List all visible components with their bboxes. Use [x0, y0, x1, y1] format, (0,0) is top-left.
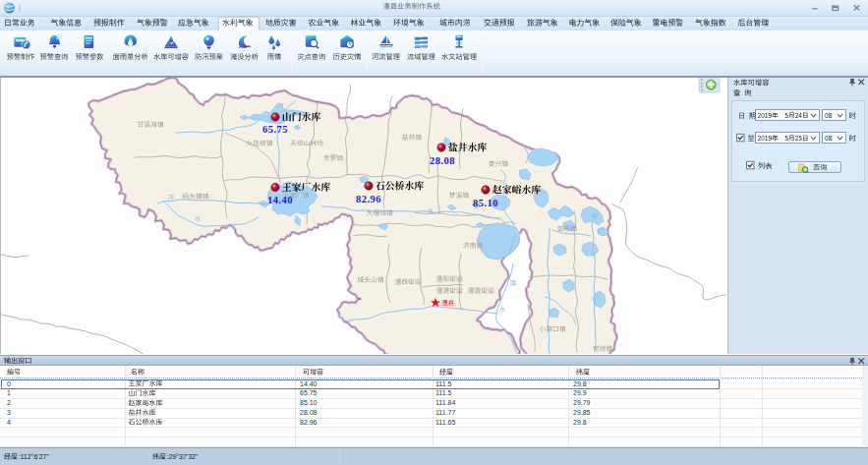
svg-text:14.40: 14.40 — [267, 195, 293, 205]
svg-text:65.75: 65.75 — [262, 124, 288, 135]
svg-text:82.96: 82.96 — [356, 194, 381, 204]
svg-text:28.08: 28.08 — [430, 155, 455, 166]
svg-text:85.10: 85.10 — [473, 198, 498, 208]
